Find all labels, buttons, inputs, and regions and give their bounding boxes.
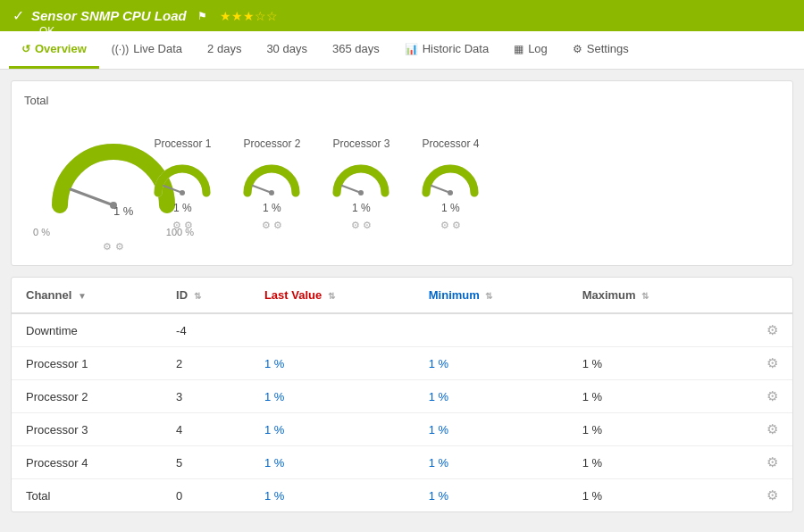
historic-icon: 📊 xyxy=(405,43,418,55)
tab-2days[interactable]: 2 days xyxy=(195,31,254,69)
proc4-gear-icons: ⚙ ⚙ xyxy=(440,220,461,231)
svg-line-0 xyxy=(71,189,113,205)
table-row: Downtime-4⚙ xyxy=(12,313,792,347)
col-minimum[interactable]: Minimum ⇅ xyxy=(415,278,568,313)
settings-icon: ⚙ xyxy=(573,43,582,55)
cell-id: 3 xyxy=(162,380,250,413)
cell-last-value: 1 % xyxy=(250,413,415,446)
col-maximum[interactable]: Maximum ⇅ xyxy=(568,278,726,313)
proc3-gear-icons: ⚙ ⚙ xyxy=(351,220,372,231)
proc1-gear1[interactable]: ⚙ xyxy=(172,220,181,231)
status-check-icon: ✓ xyxy=(13,7,24,24)
cell-channel: Processor 4 xyxy=(12,446,162,479)
cell-minimum xyxy=(415,313,568,347)
tab-365days[interactable]: 365 days xyxy=(320,31,392,69)
row-gear-button[interactable]: ⚙ xyxy=(766,322,778,337)
proc4-gear1[interactable]: ⚙ xyxy=(440,220,449,231)
cell-id: 0 xyxy=(162,479,250,512)
row-gear-button[interactable]: ⚙ xyxy=(766,421,778,436)
cell-actions[interactable]: ⚙ xyxy=(725,413,792,446)
cell-channel: Total xyxy=(12,479,162,512)
cell-minimum: 1 % xyxy=(415,413,568,446)
sensor-label: Sensor SNMP CPU Load xyxy=(31,8,187,23)
rating-stars: ★★★☆☆ xyxy=(220,9,278,23)
gauge-row: 0 % 100 % ⚙ ⚙ 1 % Processor 1 xyxy=(24,116,780,253)
processor1-svg xyxy=(151,154,214,198)
tab-30days[interactable]: 30 days xyxy=(254,31,320,69)
svg-line-8 xyxy=(431,186,450,193)
cell-minimum: 1 % xyxy=(415,347,568,380)
data-table-card: Channel ▼ ID ⇅ Last Value ⇅ Minimum ⇅ xyxy=(11,277,793,512)
cell-actions[interactable]: ⚙ xyxy=(725,380,792,413)
processor3-gauge: Processor 3 1 % ⚙ ⚙ xyxy=(330,137,392,231)
cell-last-value xyxy=(250,313,415,347)
data-table: Channel ▼ ID ⇅ Last Value ⇅ Minimum ⇅ xyxy=(12,278,792,511)
col-id[interactable]: ID ⇅ xyxy=(162,278,250,313)
row-gear-button[interactable]: ⚙ xyxy=(766,355,778,370)
cell-id: 2 xyxy=(162,347,250,380)
row-gear-button[interactable]: ⚙ xyxy=(766,454,778,470)
cell-id: -4 xyxy=(162,313,250,347)
col-last-value[interactable]: Last Value ⇅ xyxy=(250,278,415,313)
cell-actions[interactable]: ⚙ xyxy=(725,347,792,380)
page-header: ✓ Sensor SNMP CPU Load ⚑ ★★★☆☆ OK xyxy=(0,0,804,31)
proc2-gear2[interactable]: ⚙ xyxy=(273,220,282,231)
cell-actions[interactable]: ⚙ xyxy=(725,313,792,347)
cell-maximum: 1 % xyxy=(568,479,726,512)
cell-channel: Processor 2 xyxy=(12,380,162,413)
processor3-svg xyxy=(330,154,392,198)
processor4-svg xyxy=(419,154,482,198)
total-gauge-gear1[interactable]: ⚙ xyxy=(103,241,112,253)
cell-last-value: 1 % xyxy=(250,347,415,380)
table-row: Processor 121 %1 %1 %⚙ xyxy=(12,347,792,380)
channel-sort-icon: ▼ xyxy=(78,291,87,301)
cell-maximum: 1 % xyxy=(568,446,726,479)
cell-actions[interactable]: ⚙ xyxy=(725,446,792,479)
cell-id: 4 xyxy=(162,413,250,446)
proc3-gear1[interactable]: ⚙ xyxy=(351,220,360,231)
svg-line-6 xyxy=(342,186,361,193)
proc2-gear1[interactable]: ⚙ xyxy=(262,220,271,231)
cell-minimum: 1 % xyxy=(415,380,568,413)
proc4-gear2[interactable]: ⚙ xyxy=(452,220,461,231)
svg-line-2 xyxy=(163,186,182,193)
cell-maximum: 1 % xyxy=(568,413,726,446)
table-row: Processor 451 %1 %1 %⚙ xyxy=(12,446,792,479)
cell-minimum: 1 % xyxy=(415,446,568,479)
status-badge: OK xyxy=(39,25,54,37)
id-sort-icon: ⇅ xyxy=(194,291,201,301)
proc1-gear-icons: ⚙ ⚙ xyxy=(172,220,193,231)
row-gear-button[interactable]: ⚙ xyxy=(766,487,778,503)
cell-id: 5 xyxy=(162,446,250,479)
gauge-card: Total 0 % 100 % ⚙ xyxy=(11,80,793,266)
row-gear-button[interactable]: ⚙ xyxy=(766,388,778,403)
table-row: Processor 231 %1 %1 %⚙ xyxy=(12,380,792,413)
table-row: Processor 341 %1 %1 %⚙ xyxy=(12,413,792,446)
proc1-gear2[interactable]: ⚙ xyxy=(184,220,193,231)
tab-historic-data[interactable]: 📊 Historic Data xyxy=(392,31,501,69)
cell-last-value: 1 % xyxy=(250,380,415,413)
total-gauge-gear2[interactable]: ⚙ xyxy=(115,241,124,253)
table-row: Total01 %1 %1 %⚙ xyxy=(12,479,792,512)
maximum-sort-icon: ⇅ xyxy=(641,291,649,301)
processor2-svg xyxy=(240,154,303,198)
tab-log[interactable]: ▦ Log xyxy=(501,31,560,69)
svg-point-5 xyxy=(269,190,274,195)
gauge-min: 0 % xyxy=(33,227,50,237)
svg-line-4 xyxy=(253,186,272,193)
cell-actions[interactable]: ⚙ xyxy=(725,479,792,512)
cell-last-value: 1 % xyxy=(250,479,415,512)
cell-channel: Processor 1 xyxy=(12,347,162,380)
tab-live-data[interactable]: ((·)) Live Data xyxy=(99,31,195,69)
cell-minimum: 1 % xyxy=(415,479,568,512)
table-header-row: Channel ▼ ID ⇅ Last Value ⇅ Minimum ⇅ xyxy=(12,278,792,313)
cell-maximum: 1 % xyxy=(568,380,726,413)
lastvalue-sort-icon: ⇅ xyxy=(328,291,335,301)
proc3-gear2[interactable]: ⚙ xyxy=(363,220,372,231)
flag-icon: ⚑ xyxy=(197,10,207,22)
log-icon: ▦ xyxy=(514,43,523,55)
cell-channel: Downtime xyxy=(12,313,162,347)
minimum-sort-icon: ⇅ xyxy=(485,291,492,301)
col-channel[interactable]: Channel ▼ xyxy=(12,278,162,313)
tab-settings[interactable]: ⚙ Settings xyxy=(560,31,641,69)
